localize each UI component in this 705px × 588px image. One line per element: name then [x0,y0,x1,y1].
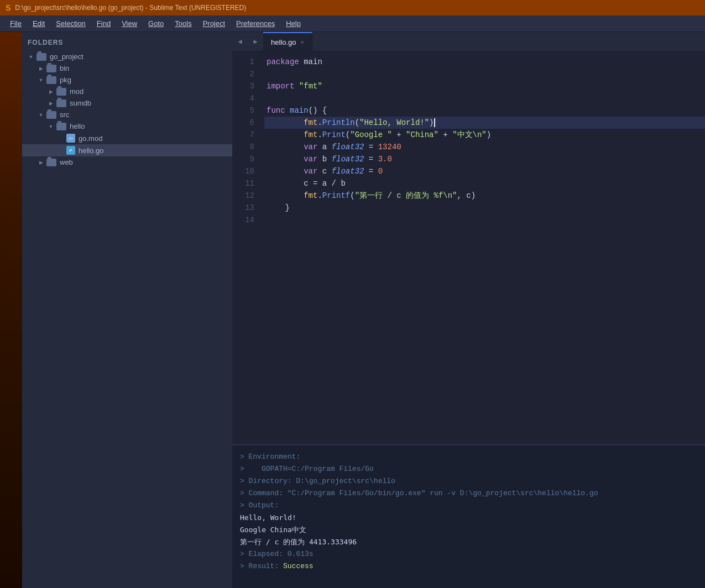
folder-icon-hello [56,123,66,130]
tree-label-pkg: pkg [60,76,71,84]
folder-icon-src [46,111,56,119]
titlebar: S D:\go_project\src\hello\hello.go (go_p… [0,0,705,15]
cursor [434,118,435,127]
tab-nav-next[interactable]: ▶ [248,32,263,51]
tab-hello-go[interactable]: hello.go × [263,32,312,51]
line-number-9: 9 [232,153,254,165]
file-icon-go.mod: <> [66,134,75,143]
line-number-1: 1 [232,56,254,68]
menu-item-project[interactable]: Project [197,17,231,30]
line-number-5: 5 [232,104,254,117]
console-line: Hello, World! [240,512,697,524]
tree-label-hello.go: hello.go [79,146,104,155]
console-line: Google China中文 [240,524,697,536]
tree-label-mod: mod [70,87,83,96]
line-number-4: 4 [232,92,254,104]
code-line-5: func main() { [264,104,705,117]
tree-arrow-go_project [28,54,34,60]
code-line-13: } [264,202,705,214]
menu-item-view[interactable]: View [116,17,143,30]
code-line-4 [264,92,705,104]
code-line-8: var a float32 = 13240 [264,141,705,153]
menu-item-selection[interactable]: Selection [50,17,91,30]
code-line-10: var c float32 = 0 [264,165,705,177]
code-line-7: fmt.Print("Google " + "China" + "中文\n") [264,129,705,141]
editor-area: ◀ ▶ hello.go × 1234567891011121314 packa… [232,32,705,588]
file-icon-hello.go: /* [66,146,75,155]
sidebar-item-go_project[interactable]: go_project [22,51,232,62]
console-line: > Elapsed: 0.613s [240,548,697,560]
line-number-11: 11 [232,177,254,190]
tree-arrow-mod [48,88,54,95]
folder-icon-go_project [36,53,46,61]
line-number-7: 7 [232,129,254,141]
menu-item-goto[interactable]: Goto [143,17,169,30]
sidebar-item-pkg[interactable]: pkg [22,74,232,86]
menu-item-preferences[interactable]: Preferences [231,17,280,30]
folder-icon-web [46,159,56,166]
tree-arrow-web [38,159,44,166]
sidebar-item-go.mod[interactable]: <>go.mod [22,132,232,144]
line-numbers: 1234567891011121314 [232,51,260,444]
console-line: > Directory: D:\go_project\src\hello [240,475,697,487]
folder-icon-mod [56,88,66,96]
line-number-14: 14 [232,214,254,226]
code-line-1: package main [264,56,705,68]
decorative-strip [0,32,22,588]
sidebar-item-src[interactable]: src [22,109,232,120]
tree-label-web: web [60,158,73,166]
console-output-panel: > Environment:> GOPATH=C:/Program Files/… [232,444,705,588]
menu-item-tools[interactable]: Tools [169,17,197,30]
code-line-11: c = a / b [264,177,705,190]
code-content[interactable]: package main import "fmt" func main() { … [260,51,705,444]
console-line: > Environment: [240,451,697,463]
tab-nav-prev[interactable]: ◀ [232,32,248,51]
sidebar-item-hello.go[interactable]: /*hello.go [22,144,232,156]
line-number-2: 2 [232,68,254,80]
code-line-6: fmt.Println("Hello, World!") [264,117,705,129]
sidebar-item-web[interactable]: web [22,156,232,168]
tree-arrow-src [38,112,44,118]
sidebar-tree: go_projectbinpkgmodsumdbsrchello<>go.mod… [22,51,232,168]
tab-name: hello.go [271,38,296,46]
title-text: D:\go_project\src\hello\hello.go (go_pro… [15,4,246,12]
code-line-12: fmt.Printf("第一行 / c 的值为 %f\n", c) [264,190,705,202]
menubar: FileEditSelectionFindViewGotoToolsProjec… [0,15,705,32]
tree-arrow-pkg [38,77,44,83]
menu-item-file[interactable]: File [4,17,27,30]
sidebar-content: FOLDERS go_projectbinpkgmodsumdbsrchello… [22,32,232,588]
main-layout: FOLDERS go_projectbinpkgmodsumdbsrchello… [0,32,705,588]
tree-arrow-bin [38,65,44,72]
tree-label-src: src [60,111,69,119]
tree-label-go.mod: go.mod [79,134,102,143]
sidebar-item-sumdb[interactable]: sumdb [22,97,232,109]
sidebar-item-mod[interactable]: mod [22,86,232,97]
line-number-12: 12 [232,190,254,202]
code-line-14 [264,214,705,226]
code-line-3: import "fmt" [264,80,705,92]
console-line: 第一行 / c 的值为 4413.333496 [240,536,697,548]
code-container[interactable]: 1234567891011121314 package main import … [232,51,705,444]
sidebar-item-bin[interactable]: bin [22,62,232,74]
menu-item-edit[interactable]: Edit [27,17,50,30]
tree-arrow-hello [48,123,54,130]
line-number-13: 13 [232,202,254,214]
console-line: > Result: Success [240,560,697,573]
console-line: > Command: "C:/Program Files/Go/bin/go.e… [240,487,697,500]
tab-close-button[interactable]: × [301,39,304,45]
title-icon: S [6,3,11,12]
menu-item-find[interactable]: Find [91,17,116,30]
line-number-8: 8 [232,141,254,153]
sidebar-item-hello[interactable]: hello [22,120,232,132]
folder-icon-bin [46,65,56,72]
tree-arrow-sumdb [48,100,54,107]
folder-icon-sumdb [56,99,66,107]
console-line: > Output: [240,500,697,512]
menu-item-help[interactable]: Help [280,17,306,30]
sidebar: FOLDERS go_projectbinpkgmodsumdbsrchello… [0,32,232,588]
tree-label-bin: bin [60,64,69,72]
line-number-10: 10 [232,165,254,177]
folders-header: FOLDERS [22,32,232,51]
code-line-9: var b float32 = 3.0 [264,153,705,165]
tree-label-sumdb: sumdb [70,99,91,107]
